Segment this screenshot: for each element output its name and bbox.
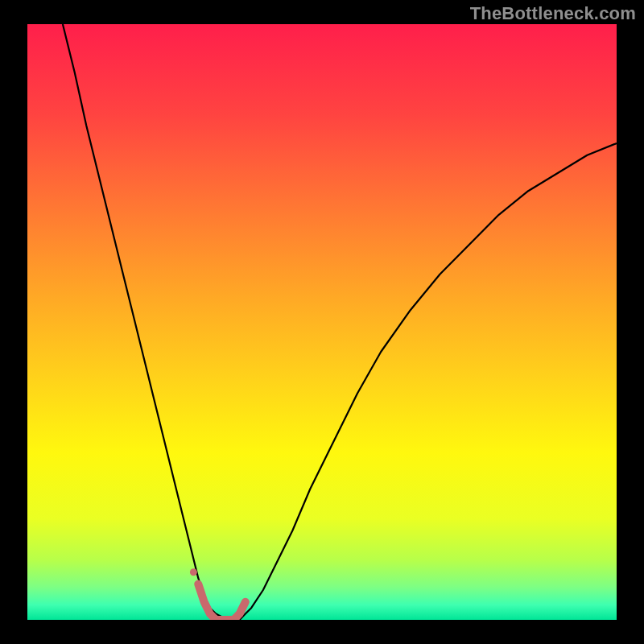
gradient-background: [27, 24, 617, 620]
highlight-dot: [190, 568, 197, 576]
watermark-text: TheBottleneck.com: [470, 3, 636, 24]
plot-area: [27, 24, 617, 620]
chart-svg: [27, 24, 617, 620]
chart-frame: TheBottleneck.com: [0, 0, 644, 644]
